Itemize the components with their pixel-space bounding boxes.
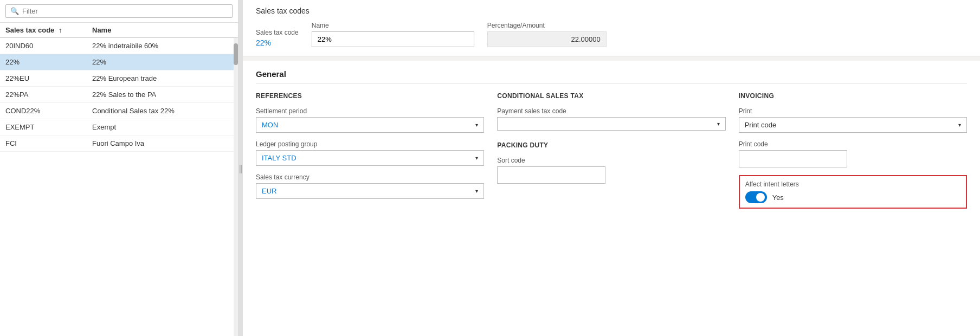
ledger-label: Ledger posting group [256, 140, 484, 148]
currency-group: Sales tax currency EUR ▾ [256, 173, 484, 199]
affect-yes-label: Yes [772, 193, 784, 202]
ledger-arrow: ▾ [475, 155, 478, 161]
table-row[interactable]: EXEMPT Exempt [0, 119, 238, 135]
percentage-field-group: Percentage/Amount 22.00000 [487, 22, 607, 47]
payment-select[interactable]: ▾ [497, 117, 725, 131]
ledger-group: Ledger posting group ITALY STD ▾ [256, 140, 484, 166]
name-label: Name [312, 22, 474, 29]
row-name: Exempt [92, 123, 233, 131]
print-group: Print Print code ▾ [739, 107, 967, 133]
references-title: REFERENCES [256, 92, 484, 100]
table-row[interactable]: 22% 22% [0, 54, 238, 70]
code-value-link[interactable]: 22% [256, 38, 299, 47]
conditional-title: CONDITIONAL SALES TAX [497, 92, 725, 100]
filter-input-wrapper[interactable]: 🔍 [5, 4, 233, 18]
affect-label: Affect intent letters [745, 180, 960, 188]
header-fields: Sales tax code 22% Name Percentage/Amoun… [256, 22, 967, 47]
settlement-arrow: ▾ [475, 122, 478, 128]
percentage-value: 22.00000 [487, 31, 607, 47]
table-row[interactable]: 22%EU 22% European trade [0, 70, 238, 87]
print-arrow: ▾ [958, 122, 961, 128]
filter-bar: 🔍 [0, 0, 238, 23]
col-header-name[interactable]: Name [92, 26, 233, 34]
currency-value: EUR [262, 187, 276, 195]
conditional-column: CONDITIONAL SALES TAX Payment sales tax … [497, 92, 725, 216]
sort-label: Sort code [497, 157, 725, 164]
settlement-group: Settlement period MON ▾ [256, 107, 484, 133]
payment-label: Payment sales tax code [497, 107, 725, 115]
row-code: FCI [5, 139, 92, 147]
percentage-label: Percentage/Amount [487, 22, 607, 29]
payment-group: Payment sales tax code ▾ [497, 107, 725, 131]
right-panel: Sales tax codes Sales tax code 22% Name … [243, 0, 980, 336]
row-code: 20IND60 [5, 42, 92, 50]
settlement-value: MON [262, 121, 278, 129]
row-code: 22%PA [5, 91, 92, 99]
row-name: 22% Sales to the PA [92, 91, 233, 99]
col-header-code[interactable]: Sales tax code ↑ [5, 26, 92, 34]
left-panel: 🔍 Sales tax code ↑ Name 20IND60 22% inde… [0, 0, 238, 336]
print-code-label: Print code [739, 140, 967, 148]
settlement-label: Settlement period [256, 107, 484, 115]
name-input[interactable] [312, 31, 474, 47]
table-header: Sales tax code ↑ Name [0, 23, 238, 38]
print-code-group: Print code [739, 140, 967, 167]
settlement-select[interactable]: MON ▾ [256, 117, 484, 133]
filter-input[interactable] [22, 7, 228, 15]
table-body: 20IND60 22% indetraibile 60% 22% 22% 22%… [0, 38, 238, 336]
affect-toggle[interactable] [745, 191, 767, 203]
scroll-thumb[interactable] [234, 43, 238, 65]
packing-section: PACKING DUTY Sort code [497, 141, 725, 184]
toggle-thumb [756, 193, 765, 202]
sort-indicator: ↑ [59, 26, 62, 34]
row-code: 22%EU [5, 74, 92, 82]
table-row[interactable]: 22%PA 22% Sales to the PA [0, 87, 238, 103]
invoicing-column: INVOICING Print Print code ▾ Print code … [739, 92, 967, 216]
print-label: Print [739, 107, 967, 115]
panel-splitter[interactable]: ‖ [238, 0, 243, 336]
affect-group: Affect intent letters Yes [739, 175, 967, 209]
row-name: Fuori Campo Iva [92, 139, 233, 147]
toggle-row: Yes [745, 191, 960, 203]
row-code: 22% [5, 58, 92, 66]
table-row[interactable]: FCI Fuori Campo Iva [0, 135, 238, 152]
row-name: 22% European trade [92, 74, 233, 82]
payment-arrow: ▾ [717, 121, 720, 127]
sort-input[interactable] [497, 166, 605, 184]
currency-arrow: ▾ [475, 188, 478, 194]
table-row[interactable]: COND22% Conditional Sales tax 22% [0, 103, 238, 119]
row-code: EXEMPT [5, 123, 92, 131]
name-field-group: Name [312, 22, 474, 47]
search-icon: 🔍 [10, 7, 19, 15]
general-title: General [256, 69, 967, 83]
print-value: Print code [745, 121, 777, 129]
references-column: REFERENCES Settlement period MON ▾ Ledge… [256, 92, 484, 216]
packing-title: PACKING DUTY [497, 141, 725, 149]
general-section: General REFERENCES Settlement period MON… [243, 61, 980, 336]
row-name: 22% indetraibile 60% [92, 42, 233, 50]
print-code-input[interactable] [739, 150, 847, 167]
code-label: Sales tax code [256, 29, 299, 36]
affect-highlight-box: Affect intent letters Yes [739, 175, 967, 209]
invoicing-title: INVOICING [739, 92, 967, 100]
top-section: Sales tax codes Sales tax code 22% Name … [243, 0, 980, 56]
currency-label: Sales tax currency [256, 173, 484, 181]
sort-group: Sort code [497, 157, 725, 184]
row-name: Conditional Sales tax 22% [92, 107, 233, 115]
table-row[interactable]: 20IND60 22% indetraibile 60% [0, 38, 238, 54]
scrollbar[interactable] [234, 38, 238, 336]
ledger-value: ITALY STD [262, 154, 296, 162]
columns-container: REFERENCES Settlement period MON ▾ Ledge… [256, 92, 967, 216]
row-code: COND22% [5, 107, 92, 115]
page-title: Sales tax codes [256, 7, 967, 15]
ledger-select[interactable]: ITALY STD ▾ [256, 150, 484, 166]
print-select[interactable]: Print code ▾ [739, 117, 967, 133]
row-name: 22% [92, 58, 233, 66]
currency-select[interactable]: EUR ▾ [256, 183, 484, 199]
code-field-group: Sales tax code 22% [256, 29, 299, 47]
